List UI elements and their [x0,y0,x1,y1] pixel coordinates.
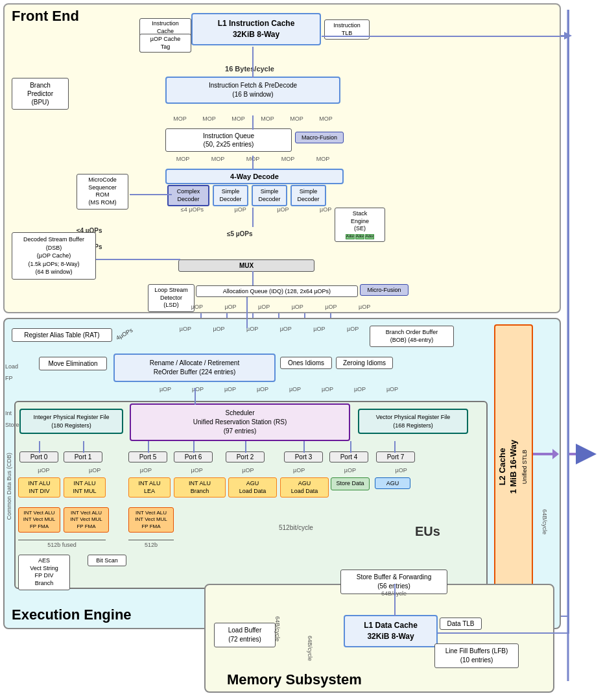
line-iq-decode [252,156,254,170]
stack-engine: StackEngine(SE) Ador Ador Ador [335,208,385,242]
branch-predictor: BranchPredictor(BPU) [12,78,69,110]
bottom-horiz-line [438,632,567,634]
port-2: Port 2 [226,451,265,462]
simple-decoder-2: SimpleDecoder [252,185,287,206]
decoded-stream-buffer: Decoded Stream Buffer (DSB)(µOP Cache)(1… [12,232,96,280]
line-sched-p4 [350,441,351,453]
top-horiz-line [322,36,568,37]
aes-vect: AESVect StringFP DIVBranch [18,555,70,590]
64b-cycle-right: 64B/cycle [541,509,548,534]
data-tlb: Data TLB [440,618,482,630]
line-rename-sched [195,388,196,405]
line-ifetch-iq [252,115,254,130]
fused-512b: 512b fused [18,540,106,548]
zeroing-idioms: Zeroing Idioms [336,357,393,369]
move-elimination: Move Elimination [39,357,107,370]
line-dsb-mux [96,259,180,260]
port-4: Port 4 [329,451,368,462]
line-l1-fetch [252,47,254,78]
load-label: Load [5,363,18,370]
port-1: Port 1 [64,451,102,462]
bottom-vert-line [567,581,569,634]
512b: 512b [128,540,174,548]
line-fill-buffers: Line Fill Buffers (LFB)(10 entries) [434,643,519,668]
vect-phys-reg-file: Vector Physical Register File(168 Regist… [358,409,468,434]
mux: MUX [178,259,314,272]
line-alloc-to-ee [246,297,248,328]
uop-row-rename: µOPµOPµOPµOPµOPµOPµOPµOP [149,386,409,392]
line-msrom [130,194,172,195]
int-alu-lea: INT ALULEA [128,477,171,498]
uop-cache-tag: µOP CacheTag [139,34,191,53]
microcode-sequencer: MicroCodeSequencerROM(MS ROM) [77,174,128,210]
front-end-title: Front End [12,8,79,25]
load-buffer: Load Buffer(72 entries) [214,623,276,647]
fp-label: FP [5,375,13,381]
common-data-bus: Common Data Bus (CDB) [5,422,13,551]
store-data: Store Data [331,477,370,490]
bytes-per-cycle: 16 Bytes/cycle [191,65,308,73]
l1-instruction-cache: L1 Instruction Cache32KiB 8-Way [191,13,321,45]
int-alu-branch: INT ALUBranch [174,477,226,498]
execution-engine-title: Execution Engine [12,606,132,623]
right-vert-line [567,10,569,581]
instruction-fetch: Instruction Fetch & PreDecode(16 B windo… [165,77,340,104]
line-sched-p5 [148,441,149,453]
agu-load-data-p3: AGULoad Data [280,477,329,498]
64b-cycle-v2: 64B/cycle [307,636,313,661]
memory-subsystem-title: Memory Subsystem [227,671,362,688]
four-way-decode: 4-Way Decode [165,169,344,184]
line-sched-p1 [83,441,84,453]
int-vect-alu-p0: INT Vect ALUINT Vect MULFP FMA [18,507,60,533]
line-mux-alloc [252,271,254,285]
store-label: Store [5,422,19,428]
port-7: Port 7 [376,451,415,462]
line-sched-p7 [394,441,396,453]
eus-label: EUs [415,524,440,539]
line-sched-p6 [193,441,195,453]
line-decode-down [252,208,254,227]
64b-cycle-v1: 64B/cycle [274,616,281,642]
simple-decoder-1: SimpleDecoder [213,185,248,206]
uop-row-ports: µOPµOPµOPµOPµOPµOPµOPµOP [18,467,427,474]
int-alu-int-div: INT ALUINT DIV [18,477,60,498]
port-3: Port 3 [284,451,323,462]
complex-decoder: ComplexDecoder [167,185,209,206]
uop-row-alloc: µOPµOPµOPµOPµOPµOP [180,304,381,310]
scheduler: SchedulerUnified Reservation Station (RS… [130,403,350,441]
instruction-queue: Instruction Queue(50, 2x25 entries) [165,128,292,152]
bit-scan: Bit Scan [88,555,126,566]
port-5: Port 5 [128,451,167,462]
port-6: Port 6 [174,451,213,462]
agu-load-data-p2: AGULoad Data [228,477,277,498]
simple-decoder-3: SimpleDecoder [290,185,326,206]
l2-cache: L2 Cache1 MiB 16-WayUnified STLB [494,324,533,610]
uop-row-decoder: ≤4 µOPsµOPµOPµOP [165,206,347,213]
int-alu-int-mul-p1: INT ALUINT MUL [64,477,106,498]
macro-fusion[interactable]: Macro-Fusion [295,132,344,143]
uop-row-top-ee: µOPµOPµOPµOPµOPµOP [169,326,370,332]
int-phys-reg-file: Integer Physical Register File(180 Regis… [19,409,123,434]
le5-uops: ≤5 µOPs [227,230,253,237]
line-sched-p3 [303,441,305,453]
line-sched-p2 [245,441,246,453]
line-sched-p0 [39,441,40,453]
allocation-queue: Allocation Queue (IDQ) (128, 2x64 µOPs) [196,285,358,297]
int-label: Int [5,410,12,416]
int-vect-alu-p5: INT Vect ALUINT Vect MULFP FMA [128,507,174,533]
port-0: Port 0 [19,451,58,462]
line-store-buf [394,584,396,616]
l2-arrow-right [533,448,559,461]
bob: Branch Order Buffer(BOB) (48-entry) [370,326,454,347]
rat: Register Alias Table (RAT) [12,328,112,342]
int-vect-alu-p1: INT Vect ALUINT Vect MULFP FMA [64,507,109,533]
l1-data-cache: L1 Data Cache32KiB 8-Way [344,615,438,647]
micro-fusion[interactable]: Micro-Fusion [360,284,409,296]
rename-allocate: Rename / Allocate / RetirementReOrder Bu… [113,354,276,382]
512bit-cycle: 512bit/cycle [279,524,313,531]
ones-idioms: Ones Idioms [280,357,332,369]
agu-p7: AGU [375,477,410,489]
